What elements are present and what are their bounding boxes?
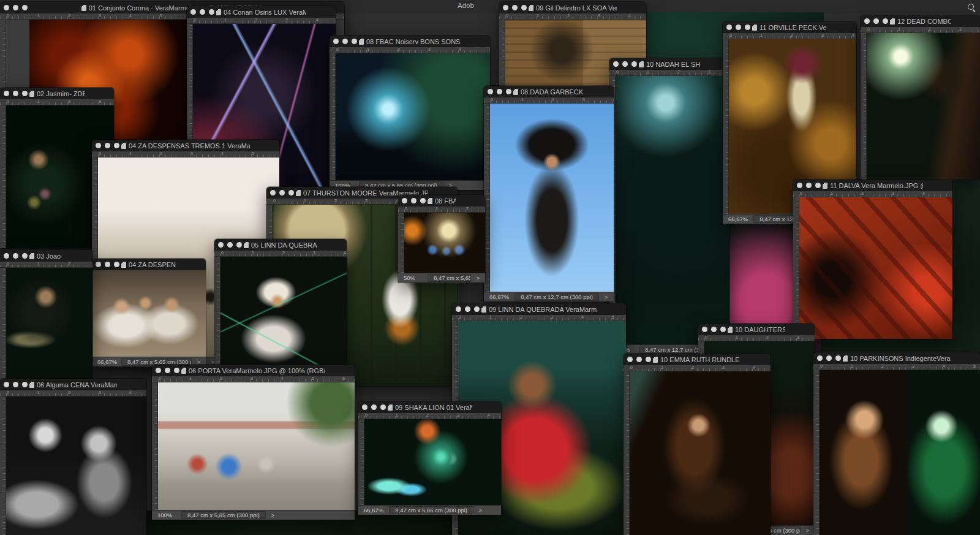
- zoom-level[interactable]: 66,67%: [97, 359, 116, 365]
- status-chevron-icon[interactable]: >: [479, 507, 482, 514]
- minimize-button[interactable]: [13, 5, 18, 10]
- zoom-level[interactable]: 66,67%: [489, 294, 509, 300]
- zoom-level[interactable]: 100%: [157, 512, 176, 518]
- photo-canvas[interactable]: [92, 270, 206, 357]
- window-linn-da-quebrada-lux[interactable]: 05 LINN DA QUEBRADA LUX... 01234: [214, 239, 347, 368]
- close-button[interactable]: [96, 262, 101, 267]
- window-titlebar[interactable]: 12 DEAD COMBO Vera Marme...: [861, 15, 980, 27]
- close-button[interactable]: [864, 18, 870, 24]
- window-dalva[interactable]: 11 DALVA Vera Marmelo.JPG @ 66,7% (RGB/.…: [793, 180, 952, 339]
- zoom-button[interactable]: [114, 143, 119, 148]
- minimize-button[interactable]: [465, 306, 470, 312]
- search-icon[interactable]: [968, 4, 974, 10]
- zoom-button[interactable]: [835, 355, 841, 361]
- photo-canvas[interactable]: [6, 397, 146, 535]
- zoom-button[interactable]: [236, 242, 242, 248]
- minimize-button[interactable]: [806, 183, 812, 188]
- status-chevron-icon[interactable]: >: [477, 275, 480, 281]
- close-button[interactable]: [333, 39, 339, 44]
- close-button[interactable]: [613, 61, 619, 67]
- zoom-button[interactable]: [174, 368, 179, 373]
- window-titlebar[interactable]: 04 Conan Osiris LUX VeraMarmelo.jpg @ 66…: [187, 6, 336, 18]
- minimize-button[interactable]: [227, 242, 233, 248]
- zoom-button[interactable]: [114, 262, 119, 267]
- close-button[interactable]: [488, 89, 493, 94]
- window-titlebar[interactable]: 02 Jasmim- ZDB VeraMarmelo.jpg @ 66,7%..…: [0, 88, 114, 99]
- zoom-button[interactable]: [720, 327, 726, 332]
- window-titlebar[interactable]: 08 DADA GARBECK VeraMarmelo.JPG @ 66...: [484, 86, 614, 97]
- zoom-button[interactable]: [22, 91, 28, 96]
- window-titlebar[interactable]: 05 LINN DA QUEBRADA LUX...: [214, 239, 347, 251]
- minimize-button[interactable]: [736, 25, 741, 30]
- window-joao-pais-filipe[interactable]: 03 Joao Pais Filipe Gasoline V... 012: [0, 250, 92, 380]
- photo-canvas[interactable]: [158, 382, 355, 510]
- window-titlebar[interactable]: 03 Joao Pais Filipe Gasoline V...: [0, 250, 92, 262]
- window-titlebar[interactable]: 10 NADAH EL SHAZY Vera Marmelo.JPG @ 1..…: [609, 58, 729, 70]
- close-button[interactable]: [627, 357, 633, 362]
- window-dead-combo[interactable]: 12 DEAD COMBO Vera Marme... 0123: [861, 15, 980, 180]
- status-chevron-icon[interactable]: >: [271, 512, 274, 518]
- window-fbac-noiserv-1[interactable]: 08 FBAC Noiserv BONS SONS 01 VeraMarmelo…: [330, 36, 490, 190]
- window-titlebar[interactable]: 10 PARKINSONS IndiegenteVera Marmelo.J..…: [813, 352, 980, 364]
- close-button[interactable]: [817, 355, 823, 361]
- status-chevron-icon[interactable]: >: [806, 528, 809, 534]
- minimize-button[interactable]: [826, 355, 832, 361]
- minimize-button[interactable]: [105, 143, 110, 148]
- minimize-button[interactable]: [711, 327, 717, 332]
- zoom-level[interactable]: 66,67%: [728, 216, 748, 222]
- window-titlebar[interactable]: 09 LINN DA QUEBRADA VeraMarmelo.JPG @...: [452, 303, 626, 315]
- minimize-button[interactable]: [13, 253, 18, 259]
- close-button[interactable]: [218, 242, 224, 248]
- close-button[interactable]: [4, 91, 9, 96]
- photo-canvas[interactable]: [820, 370, 980, 535]
- window-fbac-noiserv-2[interactable]: 08 FBAC Noiserv BONS... 012 50% 8,47 cm …: [398, 195, 485, 283]
- zoom-button[interactable]: [22, 5, 28, 10]
- status-chevron-icon[interactable]: >: [605, 294, 608, 300]
- zoom-button[interactable]: [815, 183, 821, 188]
- minimize-button[interactable]: [622, 61, 628, 67]
- photo-canvas[interactable]: [364, 419, 501, 505]
- zoom-button[interactable]: [521, 5, 527, 10]
- window-parkinsons-indiegente[interactable]: 10 PARKINSONS IndiegenteVera Marmelo.J..…: [813, 352, 980, 535]
- zoom-button[interactable]: [352, 39, 357, 44]
- photo-canvas[interactable]: [404, 213, 485, 273]
- zoom-button[interactable]: [745, 25, 750, 30]
- minimize-button[interactable]: [636, 357, 642, 362]
- zoom-button[interactable]: [209, 9, 214, 15]
- window-dada-garbeck[interactable]: 08 DADA GARBECK VeraMarmelo.JPG @ 66... …: [484, 86, 614, 302]
- zoom-button[interactable]: [631, 61, 637, 67]
- window-titlebar[interactable]: 10 DAUGHTERS Ampli VeraMarmelo.JPG @...: [698, 324, 815, 335]
- photo-canvas[interactable]: [490, 104, 614, 292]
- minimize-button[interactable]: [512, 5, 518, 10]
- zoom-button[interactable]: [646, 357, 651, 362]
- zoom-level[interactable]: 50%: [404, 275, 422, 281]
- photo-canvas[interactable]: [630, 371, 771, 535]
- minimize-button[interactable]: [411, 198, 417, 203]
- status-chevron-icon[interactable]: >: [197, 359, 200, 365]
- photo-canvas[interactable]: [336, 53, 490, 180]
- close-button[interactable]: [456, 306, 461, 312]
- window-titlebar[interactable]: 09 SHAKA LION 01 VeraMarmelo.JPG @ 66...: [358, 401, 501, 413]
- close-button[interactable]: [4, 5, 9, 10]
- window-titlebar[interactable]: 11 DALVA Vera Marmelo.JPG @ 66,7% (RGB/.…: [793, 180, 952, 191]
- minimize-button[interactable]: [497, 89, 502, 94]
- close-button[interactable]: [362, 404, 368, 410]
- close-button[interactable]: [797, 183, 802, 188]
- zoom-button[interactable]: [506, 89, 511, 94]
- close-button[interactable]: [726, 25, 732, 30]
- photo-canvas[interactable]: [6, 268, 92, 380]
- close-button[interactable]: [96, 143, 101, 148]
- zoom-button[interactable]: [380, 404, 386, 410]
- window-titlebar[interactable]: 11 ORVILLE PECK Vera Marmelo.JPG @ 66,7.…: [723, 21, 856, 33]
- close-button[interactable]: [190, 9, 196, 15]
- window-titlebar[interactable]: 06 Alguma CENA VeraMarmelo_2.JPG @ 66...: [0, 379, 146, 390]
- window-titlebar[interactable]: 08 FBAC Noiserv BONS...: [398, 195, 485, 207]
- close-button[interactable]: [4, 382, 9, 387]
- window-titlebar[interactable]: 06 PORTA VeraMarmelo.JPG @ 100% (RGB/8*): [152, 365, 355, 376]
- minimize-button[interactable]: [13, 382, 18, 387]
- window-titlebar[interactable]: 04 ZA DESPENSAS TREMOS 1 VeraMarmelo.JPG…: [92, 140, 279, 151]
- window-alguma-cena[interactable]: 06 Alguma CENA VeraMarmelo_2.JPG @ 66...…: [0, 379, 146, 535]
- minimize-button[interactable]: [165, 368, 170, 373]
- photo-canvas[interactable]: [867, 33, 980, 180]
- zoom-button[interactable]: [420, 198, 426, 203]
